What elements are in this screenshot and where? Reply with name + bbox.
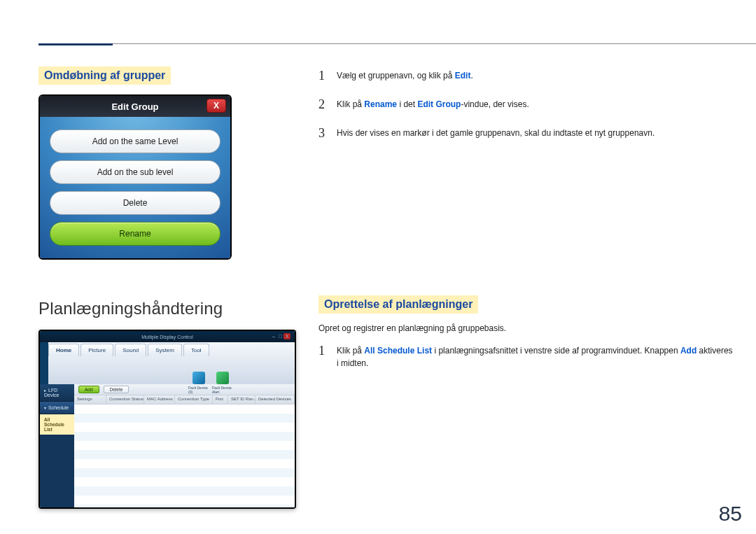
- minimize-icon[interactable]: –: [272, 334, 275, 339]
- tab-tool[interactable]: Tool: [183, 344, 209, 356]
- fault-alert-label: Fault Device Alert: [212, 386, 233, 394]
- ribbon-handle: [40, 342, 48, 384]
- step-text: Hvis der vises en markør i det gamle gru…: [337, 124, 654, 143]
- edit-group-dialog: Edit Group X Add on the same Level Add o…: [38, 94, 232, 260]
- sidebar-schedule[interactable]: ▾Schedule: [40, 402, 74, 414]
- step-3: 3 Hvis der vises en markør i det gamle g…: [318, 124, 735, 143]
- monitor-icon: [192, 372, 205, 384]
- col-port[interactable]: Port: [213, 395, 228, 404]
- close-icon: X: [214, 101, 219, 111]
- ribbon-spacer: [58, 370, 183, 395]
- tab-sound[interactable]: Sound: [115, 344, 146, 356]
- app-main: Add Delete Settings Connection Status MA…: [74, 384, 295, 507]
- col-connection-type[interactable]: Connection Type: [175, 395, 213, 404]
- col-connection-status[interactable]: Connection Status: [106, 395, 144, 404]
- tab-home[interactable]: Home: [48, 344, 79, 356]
- edit-group-title: Edit Group: [111, 101, 158, 112]
- page-number: 85: [719, 502, 742, 526]
- kw-all-schedule-list: All Schedule List: [364, 346, 432, 356]
- edit-group-body: Add on the same Level Add on the sub lev…: [40, 117, 230, 258]
- kw-edit-group: Edit Group: [417, 99, 461, 109]
- fault-device-label: Fault Device (0): [188, 386, 209, 394]
- step-number: 2: [318, 95, 327, 114]
- heading-schedule-handling: Planlægningshåndtering: [38, 299, 276, 318]
- app-titlebar: Multiple Display Control – □ X: [40, 331, 295, 342]
- app-screenshot: Multiple Display Control – □ X Home Pict…: [38, 330, 296, 509]
- app-close-icon[interactable]: X: [284, 333, 290, 339]
- sidebar-all-schedule-list[interactable]: All Schedule List: [40, 414, 74, 435]
- fault-device-button[interactable]: Fault Device (0): [188, 371, 209, 395]
- step-text: Klik på Rename i det Edit Group-vindue, …: [337, 95, 529, 114]
- rename-button[interactable]: Rename: [50, 222, 220, 246]
- col-detected-devices[interactable]: Detected Devices: [255, 395, 295, 404]
- step-number: 1: [318, 66, 327, 85]
- step-2: 2 Klik på Rename i det Edit Group-vindue…: [318, 95, 735, 114]
- subheading-create-schedules: Oprettelse af planlægninger: [318, 295, 478, 314]
- step-1: 1 Vælg et gruppenavn, og klik på Edit.: [318, 66, 735, 85]
- step-number: 3: [318, 124, 327, 143]
- ribbon-tabs: Home Picture Sound System Tool: [48, 344, 295, 356]
- create-step-1: 1 Klik på All Schedule List i planlægnin…: [318, 342, 735, 370]
- subheading-rename-groups: Omdøbning af grupper: [38, 66, 171, 85]
- col-set-id-range[interactable]: SET ID Ran...: [228, 395, 255, 404]
- top-rule: [38, 43, 756, 44]
- add-same-level-button[interactable]: Add on the same Level: [50, 129, 220, 153]
- sidebar-lfd-label: LFD Device: [44, 388, 59, 398]
- kw-add: Add: [680, 346, 696, 356]
- app-ribbon: Home Picture Sound System Tool Fault Dev…: [40, 342, 295, 384]
- table-rows-empty: [74, 405, 295, 507]
- app-sidebar: ▸LFD Device ▾Schedule All Schedule List: [40, 384, 74, 507]
- col-settings[interactable]: Settings: [74, 395, 106, 404]
- table-header: Settings Connection Status MAC Address C…: [74, 395, 295, 405]
- intro-text: Opret og registrer en planlægning på gru…: [318, 323, 735, 333]
- alert-icon: [216, 372, 229, 384]
- delete-button[interactable]: Delete: [50, 191, 220, 215]
- step-text: Klik på All Schedule List i planlægnings…: [337, 342, 735, 370]
- accent-bar: [38, 43, 113, 45]
- step-text: Vælg et gruppenavn, og klik på Edit.: [337, 66, 473, 85]
- sidebar-schedule-label: Schedule: [48, 405, 69, 410]
- fault-alert-button[interactable]: Fault Device Alert: [212, 371, 233, 395]
- step-number: 1: [318, 342, 327, 370]
- tab-system[interactable]: System: [148, 344, 182, 356]
- col-mac-address[interactable]: MAC Address: [144, 395, 175, 404]
- maximize-icon[interactable]: □: [279, 334, 282, 339]
- app-title: Multiple Display Control: [141, 335, 193, 339]
- edit-group-titlebar: Edit Group X: [40, 96, 230, 117]
- close-button[interactable]: X: [206, 99, 226, 113]
- tab-picture[interactable]: Picture: [80, 344, 113, 356]
- add-sub-level-button[interactable]: Add on the sub level: [50, 160, 220, 184]
- kw-rename: Rename: [364, 99, 397, 109]
- kw-edit: Edit: [455, 71, 471, 80]
